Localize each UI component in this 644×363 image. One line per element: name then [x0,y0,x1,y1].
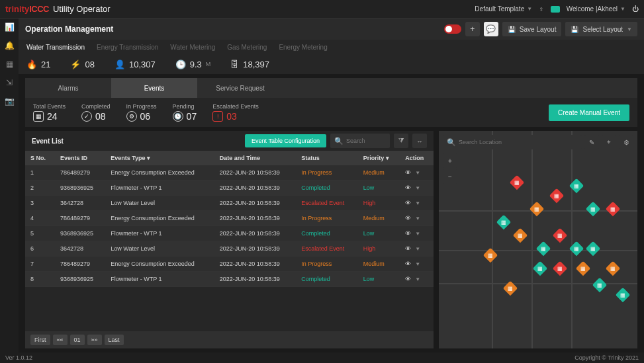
cell-event-id: 786489279 [55,257,105,272]
stat-value: 10,307 [129,60,156,69]
page-number[interactable]: 01 [70,335,85,345]
module-tab[interactable]: Energy Transmission [97,44,158,51]
chevron-down-icon[interactable]: ▼ [415,261,420,267]
table-row[interactable]: 89368936925Flowmeter - WTP 12022-JUN-20 … [25,272,434,287]
map-zoom-out-button[interactable]: − [443,169,457,184]
cell-event-type: Low Water Level [105,241,214,257]
cell-event-id: 3642728 [55,241,105,257]
table-row[interactable]: 63642728Low Water Level2022-JUN-20 10:58… [25,241,434,257]
search-icon: 🔍 [334,137,344,145]
save-layout-button[interactable]: 💾 Save Layout [502,22,562,36]
event-search-input[interactable] [346,138,386,144]
column-header[interactable]: Action [400,151,434,165]
nav-export-icon[interactable]: ⇲ [5,78,14,87]
cell-sno: 4 [25,211,55,226]
layout-icon: 💾 [571,26,578,33]
user-menu[interactable]: Welcome |Akheel▼ [567,5,625,13]
chevron-down-icon[interactable]: ▼ [415,276,420,282]
page-next-button[interactable]: »» [87,335,102,345]
column-header[interactable]: S No. [25,151,55,165]
table-row[interactable]: 59368936925Flowmeter - WTP 12022-JUN-20 … [25,226,434,241]
topbar: trinityICCCUtility Operator Default Temp… [0,0,644,19]
sub-tab[interactable]: Alarms [25,78,111,98]
view-icon[interactable]: 👁 [405,200,411,206]
add-widget-button[interactable]: + [465,22,480,36]
chevron-down-icon[interactable]: ▼ [415,231,420,237]
counter-inprogress: In Progress ⚙06 [126,103,157,122]
view-icon[interactable]: 👁 [405,230,411,237]
module-tab[interactable]: Energy Metering [279,44,327,51]
sub-tab[interactable]: Events [111,78,197,98]
module-tab[interactable]: Water Metering [170,44,215,51]
select-layout-dropdown[interactable]: 💾 Select Layout ▼ [565,22,637,36]
live-toggle[interactable] [444,24,461,34]
column-header[interactable]: Priority ▾ [358,151,400,165]
cell-action: 👁▼ [400,272,434,287]
cell-status: In Progress [296,211,358,226]
module-tabs: Water TransmissionEnergy TransmissionWat… [19,40,644,54]
map-search-input[interactable] [459,139,578,145]
help-icon[interactable]: ♀ [539,5,544,13]
map-draw-button[interactable]: ✎ [584,135,599,149]
column-header[interactable]: Events ID [55,151,105,165]
view-icon[interactable]: 👁 [405,169,411,176]
page-title: Operation Management [25,24,113,34]
view-icon[interactable]: 👁 [405,184,411,191]
map-background[interactable] [439,131,637,348]
nav-camera-icon[interactable]: 📷 [5,97,14,106]
module-tab[interactable]: Gas Metering [227,44,267,51]
map-target-button[interactable]: ⌖ [602,135,616,149]
chevron-down-icon[interactable]: ▼ [415,246,420,252]
view-icon[interactable]: 👁 [405,215,411,222]
event-search-group[interactable]: 🔍 [330,134,390,148]
create-manual-event-button[interactable]: Create Manual Event [549,104,629,121]
chevron-down-icon[interactable]: ▼ [415,170,420,176]
sub-tabs: AlarmsEventsService Request [25,78,637,98]
page-first-button[interactable]: First [30,335,50,345]
cell-datetime: 2022-JUN-20 10:58:39 [214,241,297,257]
chevron-down-icon[interactable]: ▼ [415,200,420,206]
view-icon[interactable]: 👁 [405,261,411,267]
chevron-down-icon[interactable]: ▼ [415,185,420,191]
table-row[interactable]: 33642728Low Water Level2022-JUN-20 10:58… [25,196,434,211]
cell-status: Completed [296,181,358,196]
column-header[interactable]: Events Type ▾ [105,151,214,165]
module-tab[interactable]: Water Transmission [26,44,85,51]
filter-button[interactable]: ⧩ [394,134,408,148]
pin-icon: ▦ [610,206,616,212]
column-header[interactable]: Date and Time [214,151,297,165]
cell-status: In Progress [296,257,358,272]
template-dropdown[interactable]: Default Template▼ [475,5,532,13]
map-search-group[interactable]: 🔍 [443,135,582,149]
template-label: Default Template [475,5,524,13]
table-row[interactable]: 7786489279Energy Consumption Exceeded202… [25,257,434,272]
cell-priority: Medium [358,211,400,226]
cell-event-type: Energy Consumption Exceeded [105,211,214,226]
table-row[interactable]: 29368936925Flowmeter - WTP 12022-JUN-20 … [25,181,434,196]
cell-action: 👁▼ [400,241,434,257]
event-table-config-button[interactable]: Event Table Configuration [245,134,326,147]
table-row[interactable]: 1786489279Energy Consumption Exceeded202… [25,165,434,181]
map-settings-button[interactable]: ⚙ [619,135,633,149]
column-header[interactable]: Status [296,151,358,165]
view-icon[interactable]: 👁 [405,245,411,252]
stat-icon: 🔥 [26,60,37,69]
map-zoom-in-button[interactable]: + [443,153,457,168]
header-controls: + 💬 💾 Save Layout 💾 Select Layout ▼ [444,22,637,36]
sub-tab[interactable]: Service Request [197,78,283,98]
view-icon[interactable]: 👁 [405,276,411,282]
chevron-down-icon[interactable]: ▼ [415,216,420,222]
power-icon[interactable]: ⏻ [632,5,639,13]
page-last-button[interactable]: Last [105,335,124,345]
page-prev-button[interactable]: «« [53,335,68,345]
nav-alerts-icon[interactable]: 🔔 [5,41,14,50]
pin-icon: ▦ [574,183,579,189]
nav-dashboard-icon[interactable]: 📊 [5,22,14,32]
check-icon: ✓ [81,111,92,122]
expand-button[interactable]: ↔ [412,134,427,148]
chat-button[interactable]: 💬 [484,22,498,36]
nav-calendar-icon[interactable]: ▦ [5,60,14,69]
table-row[interactable]: 4786489279Energy Consumption Exceeded202… [25,211,434,226]
event-table-scroll[interactable]: S No.Events IDEvents Type ▾Date and Time… [25,151,434,331]
cell-status: Escalated Event [296,241,358,257]
